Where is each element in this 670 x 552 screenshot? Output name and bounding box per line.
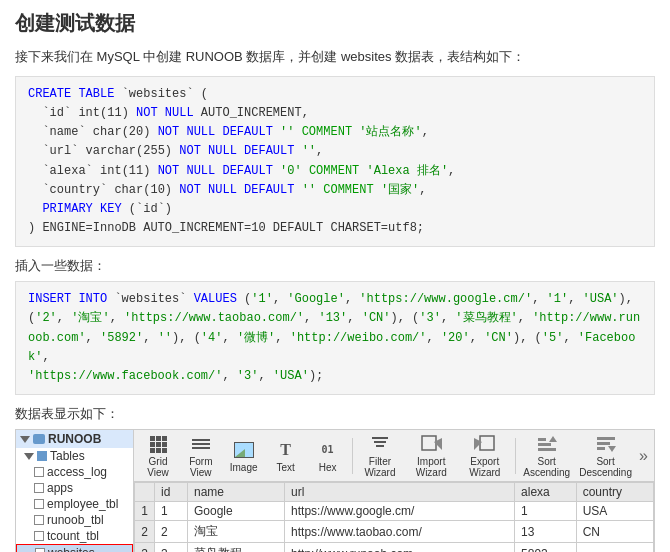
row-num: 3 — [135, 543, 155, 552]
bottom-area: RUNOOB Tables access_log apps employee_t… — [15, 429, 655, 552]
grid-view-icon — [146, 433, 170, 455]
tree-item-label: tcount_tbl — [47, 529, 99, 543]
table-row[interactable]: 2 2 淘宝 https://www.taobao.com/ 13 CN — [135, 521, 654, 543]
tree-item-label: employee_tbl — [47, 497, 118, 511]
tree-item-runoob-tbl[interactable]: runoob_tbl — [16, 512, 133, 528]
col-num[interactable] — [135, 483, 155, 502]
tree-root-label: RUNOOB — [48, 432, 101, 446]
row-num: 2 — [135, 521, 155, 543]
table-icon — [34, 467, 44, 477]
cell-country — [576, 543, 653, 552]
cell-alexa: 13 — [515, 521, 577, 543]
filter-wizard-button[interactable]: Filter Wizard — [356, 431, 403, 480]
table-icon — [34, 499, 44, 509]
sort-ascending-icon — [535, 433, 559, 455]
svg-rect-6 — [538, 438, 546, 441]
table-icon — [34, 531, 44, 541]
tree-root[interactable]: RUNOOB — [16, 430, 133, 448]
image-label: Image — [230, 462, 258, 473]
tree-item-websites[interactable]: websites — [16, 544, 133, 552]
col-country[interactable]: country — [576, 483, 653, 502]
filter-wizard-icon — [368, 433, 392, 455]
tree-item-access-log[interactable]: access_log — [16, 464, 133, 480]
svg-rect-9 — [597, 442, 610, 445]
tree-item-tcount-tbl[interactable]: tcount_tbl — [16, 528, 133, 544]
toolbar-separator-2 — [515, 438, 516, 474]
data-table-container: id name url alexa country 1 1 Google htt — [134, 482, 654, 552]
cell-country: USA — [576, 502, 653, 521]
sort-descending-label: Sort Descending — [579, 456, 632, 478]
svg-rect-2 — [480, 436, 494, 450]
description: 接下来我们在 MySQL 中创建 RUNOOB 数据库，并创建 websites… — [15, 47, 655, 68]
page-title: 创建测试数据 — [15, 10, 655, 37]
expand-runoob-icon — [20, 436, 30, 443]
text-label: Text — [276, 462, 294, 473]
tree-item-label: runoob_tbl — [47, 513, 104, 527]
svg-marker-3 — [474, 438, 482, 450]
svg-rect-10 — [597, 447, 605, 450]
tree-item-apps[interactable]: apps — [16, 480, 133, 496]
filter-wizard-label: Filter Wizard — [361, 456, 398, 478]
import-wizard-label: Import Wizard — [411, 456, 452, 478]
page-container: 创建测试数据 接下来我们在 MySQL 中创建 RUNOOB 数据库，并创建 w… — [0, 0, 670, 552]
form-view-icon — [189, 433, 213, 455]
svg-rect-8 — [597, 437, 615, 440]
sort-ascending-label: Sort Ascending — [523, 456, 570, 478]
table-row[interactable]: 3 3 菜鸟教程 http://www.runoob.com 5892 — [135, 543, 654, 552]
sort-ascending-button[interactable]: Sort Ascending — [519, 431, 574, 480]
tree-item-employee-tbl[interactable]: employee_tbl — [16, 496, 133, 512]
toolbar: Grid View Form View Image — [134, 430, 654, 482]
table-row[interactable]: 1 1 Google https://www.google.cm/ 1 USA — [135, 502, 654, 521]
form-view-button[interactable]: Form View — [180, 431, 222, 480]
col-alexa[interactable]: alexa — [515, 483, 577, 502]
tree-item-label: websites — [48, 546, 95, 552]
cell-name: 菜鸟教程 — [188, 543, 285, 552]
export-wizard-label: Export Wizard — [464, 456, 506, 478]
import-wizard-button[interactable]: Import Wizard — [406, 431, 457, 480]
export-wizard-button[interactable]: Export Wizard — [459, 431, 511, 480]
tree-item-label: apps — [47, 481, 73, 495]
grid-view-button[interactable]: Grid View — [138, 431, 178, 480]
table-label: 数据表显示如下： — [15, 405, 655, 423]
svg-marker-7 — [549, 436, 557, 442]
toolbar-expand[interactable]: » — [637, 445, 650, 467]
tree-tables[interactable]: Tables — [16, 448, 133, 464]
hex-button[interactable]: 01 Hex — [308, 437, 348, 475]
cell-name: 淘宝 — [188, 521, 285, 543]
toolbar-separator — [352, 438, 353, 474]
cell-url: https://www.google.cm/ — [285, 502, 515, 521]
text-button[interactable]: T Text — [266, 437, 306, 475]
table-icon — [34, 483, 44, 493]
table-icon — [34, 515, 44, 525]
col-name[interactable]: name — [188, 483, 285, 502]
table-header-row: id name url alexa country — [135, 483, 654, 502]
hex-label: Hex — [319, 462, 337, 473]
cell-name: Google — [188, 502, 285, 521]
col-id[interactable]: id — [155, 483, 188, 502]
export-wizard-icon — [473, 433, 497, 455]
cell-alexa: 5892 — [515, 543, 577, 552]
expand-tables-icon — [24, 453, 34, 460]
text-icon: T — [274, 439, 298, 461]
sort-descending-button[interactable]: Sort Descending — [576, 431, 635, 480]
table-icon — [35, 548, 45, 552]
cell-alexa: 1 — [515, 502, 577, 521]
cell-id: 3 — [155, 543, 188, 552]
data-table: id name url alexa country 1 1 Google htt — [134, 482, 654, 552]
tree-tables-label: Tables — [50, 449, 85, 463]
cell-id: 2 — [155, 521, 188, 543]
form-view-label: Form View — [185, 456, 217, 478]
svg-rect-5 — [538, 443, 551, 446]
svg-marker-1 — [434, 438, 442, 450]
right-panel: Grid View Form View Image — [134, 430, 654, 552]
col-url[interactable]: url — [285, 483, 515, 502]
tree-panel: RUNOOB Tables access_log apps employee_t… — [16, 430, 134, 552]
tree-item-label: access_log — [47, 465, 107, 479]
svg-rect-4 — [538, 448, 556, 451]
tables-icon — [37, 451, 47, 461]
image-button[interactable]: Image — [224, 437, 264, 475]
hex-icon: 01 — [316, 439, 340, 461]
insert-label: 插入一些数据： — [15, 257, 655, 275]
row-num: 1 — [135, 502, 155, 521]
cell-url: https://www.taobao.com/ — [285, 521, 515, 543]
